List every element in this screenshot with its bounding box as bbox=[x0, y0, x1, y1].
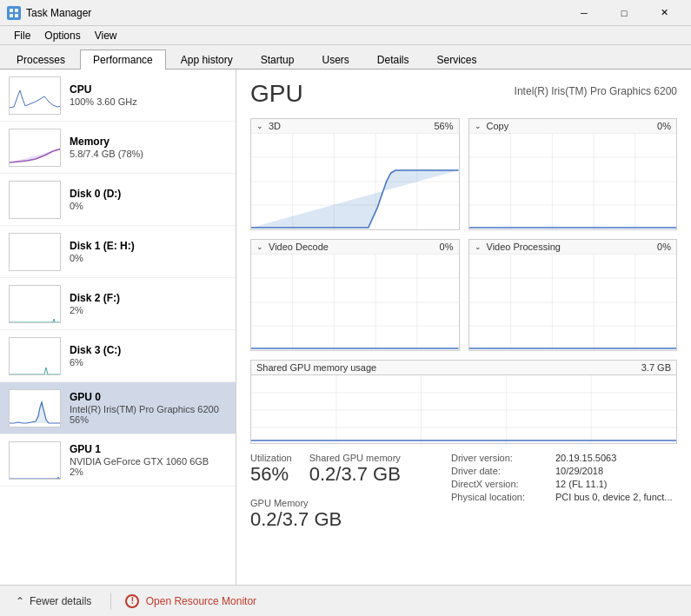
memory-detail: 5.8/7.4 GB (78%) bbox=[70, 149, 227, 159]
utilization-group: Utilization 56% bbox=[250, 453, 292, 486]
stat-row-1: Utilization 56% Shared GPU memory 0.2/3.… bbox=[250, 453, 451, 493]
shared-value: 3.7 GB bbox=[641, 362, 671, 373]
sidebar-item-gpu0[interactable]: GPU 0 Intel(R) Iris(TM) Pro Graphics 620… bbox=[0, 382, 236, 434]
chart-3d-header: ⌄ 3D 56% bbox=[251, 119, 459, 134]
gpu0-pct: 56% bbox=[70, 414, 227, 425]
sidebar-item-disk2[interactable]: Disk 2 (F:) 2% bbox=[0, 278, 236, 330]
minimize-button[interactable]: ─ bbox=[564, 0, 604, 26]
sidebar-item-disk3[interactable]: Disk 3 (C:) 6% bbox=[0, 330, 236, 382]
fewer-details-label: Fewer details bbox=[30, 595, 91, 607]
sidebar-item-cpu[interactable]: CPU 100% 3.60 GHz bbox=[0, 70, 236, 122]
info-physical-location: Physical location: PCI bus 0, device 2, … bbox=[451, 492, 677, 502]
utilization-value: 56% bbox=[250, 463, 292, 486]
gpu-memory-group: GPU Memory 0.2/3.7 GB bbox=[250, 498, 451, 531]
panel-subtitle: Intel(R) Iris(TM) Pro Graphics 6200 bbox=[515, 85, 677, 97]
gpu1-name: GPU 1 bbox=[70, 443, 227, 455]
physical-location-val: PCI bus 0, device 2, funct... bbox=[555, 492, 673, 502]
gpu0-detail: Intel(R) Iris(TM) Pro Graphics 6200 bbox=[70, 404, 227, 414]
separator bbox=[110, 593, 111, 610]
title-bar: Task Manager ─ □ ✕ bbox=[0, 0, 691, 26]
tab-services[interactable]: Services bbox=[424, 50, 490, 70]
app-icon bbox=[7, 6, 21, 20]
shared-gpu-label: Shared GPU memory bbox=[309, 453, 401, 463]
sidebar-item-gpu1[interactable]: GPU 1 NVIDIA GeForce GTX 1060 6GB 2% bbox=[0, 434, 236, 487]
svg-rect-7 bbox=[10, 234, 61, 271]
right-panel: GPU Intel(R) Iris(TM) Pro Graphics 6200 … bbox=[236, 70, 691, 585]
disk2-name: Disk 2 (F:) bbox=[70, 292, 227, 304]
chart-video-processing: ⌄ Video Processing 0% bbox=[468, 239, 678, 351]
directx-key: DirectX version: bbox=[451, 479, 555, 489]
chart-vd-label: Video Decode bbox=[269, 242, 329, 252]
chart-3d: ⌄ 3D 56% bbox=[250, 118, 460, 230]
fewer-details-button[interactable]: ⌃ Fewer details bbox=[10, 592, 96, 611]
charts-row-2: ⌄ Video Decode 0% bbox=[250, 239, 677, 351]
gpu1-info: GPU 1 NVIDIA GeForce GTX 1060 6GB 2% bbox=[70, 443, 227, 477]
open-resource-monitor-link[interactable]: ! Open Resource Monitor bbox=[125, 594, 256, 608]
shared-gpu-value: 0.2/3.7 GB bbox=[309, 463, 401, 486]
svg-rect-1 bbox=[15, 9, 18, 12]
gpu1-pct: 2% bbox=[70, 467, 227, 477]
sidebar-item-disk0[interactable]: Disk 0 (D:) 0% bbox=[0, 174, 236, 226]
info-directx: DirectX version: 12 (FL 11.1) bbox=[451, 479, 677, 489]
tab-performance[interactable]: Performance bbox=[80, 50, 166, 70]
svg-rect-3 bbox=[15, 14, 18, 17]
panel-header: GPU Intel(R) Iris(TM) Pro Graphics 6200 bbox=[250, 80, 677, 108]
sidebar-item-disk1[interactable]: Disk 1 (E: H:) 0% bbox=[0, 226, 236, 278]
chevron-up-icon: ⌃ bbox=[16, 595, 24, 607]
chart-video-decode: ⌄ Video Decode 0% bbox=[250, 239, 460, 351]
maximize-button[interactable]: □ bbox=[604, 0, 644, 26]
cpu-thumb bbox=[9, 76, 61, 115]
memory-name: Memory bbox=[70, 136, 227, 148]
memory-thumb bbox=[9, 129, 61, 167]
disk0-thumb bbox=[9, 181, 61, 219]
chart-copy-label: Copy bbox=[487, 121, 509, 131]
tab-startup[interactable]: Startup bbox=[248, 50, 308, 70]
disk3-info: Disk 3 (C:) 6% bbox=[70, 344, 227, 368]
driver-date-val: 10/29/2018 bbox=[555, 466, 603, 476]
disk1-info: Disk 1 (E: H:) 0% bbox=[70, 240, 227, 263]
gpu0-name: GPU 0 bbox=[70, 391, 227, 403]
menu-view[interactable]: View bbox=[88, 28, 124, 43]
menu-file[interactable]: File bbox=[7, 28, 37, 43]
info-table: Driver version: 20.19.15.5063 Driver dat… bbox=[451, 453, 677, 502]
disk3-name: Disk 3 (C:) bbox=[70, 344, 227, 356]
chart-vp-area bbox=[469, 255, 677, 350]
window-title: Task Manager bbox=[26, 7, 91, 19]
shared-gpu-group: Shared GPU memory 0.2/3.7 GB bbox=[309, 453, 401, 486]
bottom-bar: ⌃ Fewer details ! Open Resource Monitor bbox=[0, 585, 691, 616]
disk1-name: Disk 1 (E: H:) bbox=[70, 240, 227, 252]
driver-version-val: 20.19.15.5063 bbox=[555, 453, 616, 463]
chevron-icon-3: ⌄ bbox=[256, 242, 263, 251]
sidebar-item-memory[interactable]: Memory 5.8/7.4 GB (78%) bbox=[0, 122, 236, 174]
menu-options[interactable]: Options bbox=[37, 28, 87, 43]
close-button[interactable]: ✕ bbox=[644, 0, 684, 26]
chart-copy-header: ⌄ Copy 0% bbox=[469, 119, 677, 134]
shared-gpu-section: Shared GPU memory usage 3.7 GB bbox=[250, 360, 677, 444]
disk0-name: Disk 0 (D:) bbox=[70, 188, 227, 200]
main-content: CPU 100% 3.60 GHz Memory 5.8/7.4 GB (78%… bbox=[0, 70, 691, 585]
disk3-detail: 6% bbox=[70, 357, 227, 368]
info-driver-version: Driver version: 20.19.15.5063 bbox=[451, 453, 677, 463]
cpu-info: CPU 100% 3.60 GHz bbox=[70, 83, 227, 107]
cpu-detail: 100% 3.60 GHz bbox=[70, 96, 227, 107]
directx-val: 12 (FL 11.1) bbox=[555, 479, 608, 489]
chevron-icon: ⌄ bbox=[256, 122, 263, 130]
chart-3d-area bbox=[251, 134, 459, 229]
disk0-detail: 0% bbox=[70, 201, 227, 211]
menu-bar: File Options View bbox=[0, 26, 691, 45]
tab-app-history[interactable]: App history bbox=[168, 50, 246, 70]
panel-title: GPU bbox=[250, 80, 303, 108]
driver-version-key: Driver version: bbox=[451, 453, 555, 463]
chart-copy-area bbox=[469, 134, 677, 229]
physical-location-key: Physical location: bbox=[451, 492, 555, 502]
tab-users[interactable]: Users bbox=[309, 50, 362, 70]
chart-vp-label: Video Processing bbox=[487, 242, 561, 252]
disk0-info: Disk 0 (D:) 0% bbox=[70, 188, 227, 211]
tab-processes[interactable]: Processes bbox=[3, 50, 78, 70]
driver-date-key: Driver date: bbox=[451, 466, 555, 476]
disk1-thumb bbox=[9, 233, 61, 271]
cpu-name: CPU bbox=[70, 83, 227, 96]
tab-details[interactable]: Details bbox=[364, 50, 422, 70]
chart-copy-pct: 0% bbox=[657, 121, 671, 131]
svg-rect-11 bbox=[10, 442, 61, 480]
